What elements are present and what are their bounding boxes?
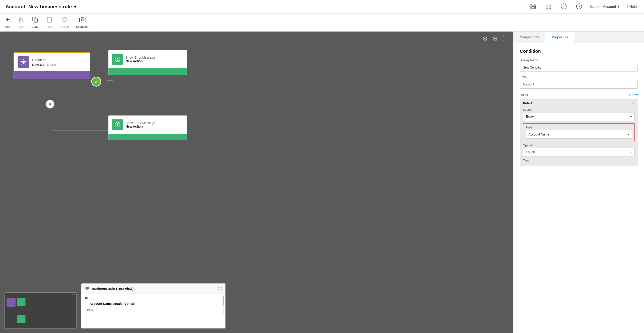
condition-name: New Condition bbox=[32, 62, 56, 67]
text-view-expand-icon[interactable]: ⛶ bbox=[218, 287, 222, 290]
check-circle: ✓ bbox=[91, 77, 101, 86]
action-node-top-header: Show Error Message New Action bbox=[108, 50, 187, 68]
svg-rect-13 bbox=[34, 19, 38, 22]
cut-button[interactable]: Cut bbox=[18, 16, 24, 28]
action-bottom-name: New Action bbox=[126, 125, 155, 128]
action-top-text: Show Error Message New Action bbox=[126, 56, 155, 63]
svg-rect-1 bbox=[549, 4, 551, 6]
panel-content: Condition Display Name Entity Rules + Ne… bbox=[514, 43, 644, 333]
source-select[interactable]: Entity Value Formula bbox=[523, 112, 634, 121]
zoom-in-button[interactable] bbox=[492, 35, 499, 44]
action-top-type: Show Error Message bbox=[126, 56, 155, 59]
action-top-name: New Action bbox=[126, 59, 155, 63]
condition-text: Condition New Condition bbox=[32, 58, 56, 67]
rule-text: Account Name equals "Jones" bbox=[90, 302, 136, 306]
new-rule-link[interactable]: + New bbox=[629, 93, 638, 97]
condition-node[interactable]: Condition New Condition bbox=[14, 52, 90, 79]
svg-rect-0 bbox=[546, 4, 548, 6]
field-select[interactable]: Account Name Account Number Email bbox=[526, 130, 632, 139]
snapshot-button[interactable]: Snapshot bbox=[76, 16, 88, 28]
source-select-wrapper: Entity Value Formula bbox=[523, 112, 634, 121]
fit-screen-button[interactable] bbox=[502, 35, 509, 44]
entity-label: Entity bbox=[520, 75, 638, 79]
action-node-bottom-header: Show Error Message New Action bbox=[108, 116, 187, 134]
history-icon[interactable] bbox=[574, 2, 584, 11]
svg-line-17 bbox=[486, 40, 487, 41]
type-label: Type bbox=[523, 159, 634, 162]
scope-area[interactable]: Scope : Account ▾ bbox=[590, 4, 619, 9]
action-bottom-icon bbox=[112, 119, 123, 130]
action-top-icon bbox=[112, 54, 123, 65]
page-title: Account: New business rule bbox=[6, 4, 72, 10]
add-button[interactable]: Add bbox=[4, 16, 11, 28]
panel-section-title: Condition bbox=[520, 49, 638, 54]
mini-action-top bbox=[17, 298, 26, 306]
copy-icon bbox=[32, 16, 38, 24]
delete-button[interactable]: Delete bbox=[60, 16, 69, 28]
rule-card-header: Rule 1 × bbox=[523, 101, 634, 105]
condition-node-header: Condition New Condition bbox=[14, 53, 90, 71]
entity-input[interactable] bbox=[520, 80, 638, 88]
tab-properties[interactable]: Properties bbox=[545, 32, 574, 43]
svg-rect-14 bbox=[48, 17, 50, 18]
mini-action-bottom bbox=[17, 315, 26, 323]
canvas-area[interactable]: Condition New Condition ✓ × bbox=[0, 32, 513, 333]
action-top-bar bbox=[108, 68, 187, 75]
svg-point-15 bbox=[81, 19, 83, 21]
help-button[interactable]: ? Help bbox=[624, 4, 638, 10]
mini-map-inner bbox=[6, 298, 26, 323]
manage-icon[interactable] bbox=[544, 2, 553, 11]
field-highlighted-section: Field Account Name Account Number Email bbox=[523, 123, 634, 141]
zoom-out-button[interactable] bbox=[482, 35, 489, 44]
title-bar-left: Account: New business rule ▾ bbox=[6, 4, 76, 10]
text-view-header: Business Rule (Text View) ⛶ bbox=[82, 284, 225, 294]
title-dropdown-icon[interactable]: ▾ bbox=[74, 4, 76, 10]
field-label-inner: Field bbox=[526, 126, 632, 129]
scope-value: Account bbox=[603, 5, 616, 9]
mini-connector bbox=[11, 308, 11, 314]
mini-map-expand-icon[interactable]: ⛶ bbox=[72, 294, 75, 298]
action-bottom-text: Show Error Message New Action bbox=[126, 121, 155, 128]
condition-icon bbox=[18, 56, 29, 68]
toolbar: Add Cut Copy Paste Delete Snapshot bbox=[0, 14, 644, 32]
right-panel-tabs: Components Properties bbox=[514, 32, 644, 43]
scope-dropdown-icon[interactable]: ▾ bbox=[618, 4, 619, 9]
paste-icon bbox=[46, 16, 52, 24]
text-view-title: Business Rule (Text View) bbox=[92, 287, 134, 290]
rule-close-button[interactable]: × bbox=[632, 101, 634, 105]
display-name-label: Display Name bbox=[520, 58, 638, 62]
operator-label: Operator bbox=[523, 144, 634, 147]
source-label: Source bbox=[523, 108, 634, 112]
rules-header: Rules + New bbox=[520, 93, 638, 97]
svg-rect-3 bbox=[549, 7, 551, 8]
title-bar-right: Scope : Account ▾ ? Help bbox=[528, 2, 638, 11]
main-layout: Condition New Condition ✓ × bbox=[0, 32, 644, 333]
paste-button[interactable]: Paste bbox=[46, 16, 53, 28]
svg-rect-2 bbox=[546, 7, 548, 8]
mini-map: ⛶ bbox=[4, 292, 77, 328]
condition-node-bar bbox=[14, 71, 90, 79]
action-node-top[interactable]: Show Error Message New Action bbox=[108, 50, 187, 75]
title-bar: Account: New business rule ▾ Scope : Acc… bbox=[0, 0, 644, 14]
scope-label: Scope : bbox=[590, 5, 602, 9]
field-select-wrapper: Account Name Account Number Email bbox=[526, 130, 632, 139]
operator-select[interactable]: Equals Does Not Equal Contains Greater T… bbox=[523, 148, 634, 156]
svg-point-32 bbox=[117, 125, 118, 126]
save-icon[interactable] bbox=[528, 2, 538, 11]
if-label: IF bbox=[85, 296, 88, 300]
close-circle[interactable]: × bbox=[46, 100, 54, 109]
mini-condition bbox=[6, 298, 16, 306]
action-node-bottom[interactable]: Show Error Message New Action bbox=[108, 116, 187, 140]
action-bottom-bar bbox=[108, 134, 187, 140]
snapshot-icon bbox=[79, 16, 86, 24]
deactivate-icon[interactable] bbox=[559, 2, 569, 11]
rule-label: Rule 1 bbox=[523, 102, 532, 105]
tab-components[interactable]: Components bbox=[514, 32, 545, 43]
condition-type: Condition bbox=[32, 58, 56, 62]
display-name-input[interactable] bbox=[520, 63, 638, 72]
cut-icon bbox=[18, 16, 24, 24]
svg-point-30 bbox=[117, 60, 118, 60]
copy-button[interactable]: Copy bbox=[32, 16, 38, 28]
rule-card: Rule 1 × Source Entity Value Formula Fie… bbox=[520, 98, 638, 166]
add-icon bbox=[4, 16, 11, 24]
